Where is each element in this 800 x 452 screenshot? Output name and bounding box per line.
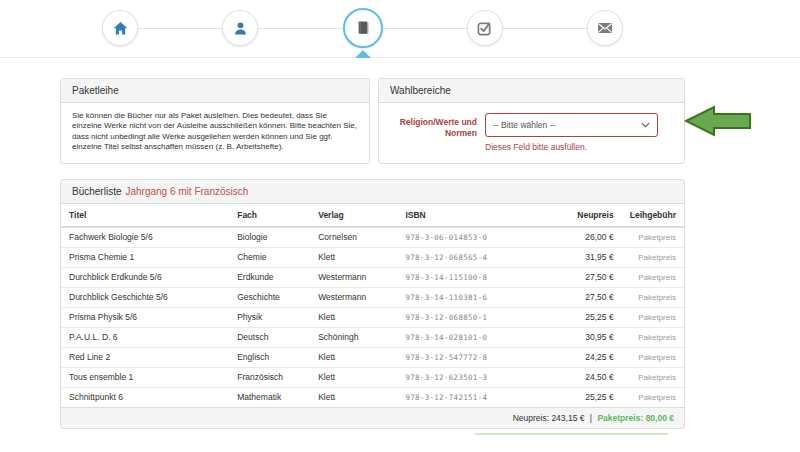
table-row: Prisma Physik 5/6PhysikKlett978-3-12-068… [61, 307, 684, 327]
column-header-isbn: ISBN [397, 204, 559, 227]
cell-neupreis: 31,95 € [559, 247, 621, 267]
step-home[interactable] [102, 10, 138, 46]
cell-verlag: Westermann [310, 267, 397, 287]
cell-fach: Englisch [229, 347, 310, 367]
cell-titel: Durchblick Erdkunde 5/6 [61, 267, 229, 287]
column-header-leihgebuehr: Leihgebühr [622, 204, 684, 227]
cell-leihgebuehr: Paketpreis [622, 367, 684, 387]
wahlbereiche-panel: Wahlbereiche Religion/Werte und Normen -… [378, 78, 685, 164]
table-row: Fachwerk Biologie 5/6BiologieCornelsen97… [61, 227, 684, 248]
cell-isbn: 978-3-12-068565-4 [397, 247, 559, 267]
step-user[interactable] [222, 10, 258, 46]
cell-titel: Prisma Physik 5/6 [61, 307, 229, 327]
table-row: Prisma Chemie 1ChemieKlett978-3-12-06856… [61, 247, 684, 267]
step-mail[interactable] [587, 10, 623, 46]
cell-isbn: 978-3-14-028101-0 [397, 327, 559, 347]
cell-isbn: 978-3-14-110381-6 [397, 287, 559, 307]
cell-neupreis: 27,50 € [559, 267, 621, 287]
user-icon [233, 21, 248, 36]
cell-leihgebuehr: Paketpreis [622, 247, 684, 267]
table-row: Durchblick Geschichte 5/6GeschichteWeste… [61, 287, 684, 307]
cell-neupreis: 24,25 € [559, 347, 621, 367]
neupreis-total: Neupreis: 243,15 € [513, 413, 585, 423]
cell-isbn: 978-3-06-014853-0 [397, 227, 559, 248]
book-icon [355, 20, 371, 36]
cell-fach: Erdkunde [229, 267, 310, 287]
column-header-fach: Fach [229, 204, 310, 227]
cell-titel: Prisma Chemie 1 [61, 247, 229, 267]
green-arrow-pointer-icon [684, 104, 752, 138]
active-step-caret-icon [355, 50, 371, 58]
paketleihe-title: Paketleihe [61, 79, 369, 103]
footer-separator: | [590, 413, 592, 423]
cell-leihgebuehr: Paketpreis [622, 327, 684, 347]
book-table: Titel Fach Verlag ISBN Neupreis Leihgebü… [61, 204, 684, 407]
buecherliste-title: Bücherliste [72, 186, 121, 197]
header-divider [0, 57, 800, 58]
cell-neupreis: 25,25 € [559, 307, 621, 327]
paketleihe-text: Sie können die Bücher nur als Paket ausl… [61, 103, 369, 163]
cell-leihgebuehr: Paketpreis [622, 227, 684, 248]
cell-titel: Durchblick Geschichte 5/6 [61, 287, 229, 307]
cell-verlag: Klett [310, 387, 397, 407]
cell-neupreis: 24,50 € [559, 367, 621, 387]
cell-neupreis: 30,95 € [559, 327, 621, 347]
cell-verlag: Klett [310, 307, 397, 327]
cell-isbn: 978-3-12-742151-4 [397, 387, 559, 407]
cell-fach: Geschichte [229, 287, 310, 307]
column-header-neupreis: Neupreis [559, 204, 621, 227]
religion-select-value: -- Bitte wählen -- [493, 120, 555, 130]
cell-leihgebuehr: Paketpreis [622, 267, 684, 287]
cell-isbn: 978-3-12-068850-1 [397, 307, 559, 327]
cell-verlag: Klett [310, 347, 397, 367]
step-books[interactable] [343, 8, 383, 48]
paketpreis-total: Paketpreis: 80,00 € [597, 413, 674, 423]
chevron-down-icon [641, 122, 650, 128]
wahlbereiche-title: Wahlbereiche [379, 79, 684, 103]
cell-neupreis: 27,50 € [559, 287, 621, 307]
cell-fach: Mathematik [229, 387, 310, 407]
cell-neupreis: 25,25 € [559, 387, 621, 407]
cell-fach: Chemie [229, 247, 310, 267]
cell-leihgebuehr: Paketpreis [622, 307, 684, 327]
table-row: Schnittpunkt 6MathematikKlett978-3-12-74… [61, 387, 684, 407]
cell-titel: Red Line 2 [61, 347, 229, 367]
cell-neupreis: 26,00 € [559, 227, 621, 248]
envelope-icon [597, 20, 613, 36]
cell-fach: Deutsch [229, 327, 310, 347]
cell-verlag: Cornelsen [310, 227, 397, 248]
cell-leihgebuehr: Paketpreis [622, 387, 684, 407]
cell-verlag: Klett [310, 367, 397, 387]
cell-verlag: Westermann [310, 287, 397, 307]
cell-titel: Schnittpunkt 6 [61, 387, 229, 407]
check-square-icon [477, 21, 492, 36]
step-confirm[interactable] [467, 10, 503, 46]
validation-error-text: Dieses Feld bitte ausfüllen. [485, 142, 658, 152]
cell-titel: Tous ensemble 1 [61, 367, 229, 387]
buecherliste-panel: BücherlisteJahrgang 6 mit Französisch Ti… [60, 179, 685, 429]
cell-isbn: 978-3-12-547772-8 [397, 347, 559, 367]
cell-leihgebuehr: Paketpreis [622, 347, 684, 367]
column-header-titel: Titel [61, 204, 229, 227]
table-row: Red Line 2EnglischKlett978-3-12-547772-8… [61, 347, 684, 367]
progress-stepper [102, 6, 623, 50]
cell-titel: P.A.U.L. D. 6 [61, 327, 229, 347]
cell-fach: Physik [229, 307, 310, 327]
buecherliste-heading: BücherlisteJahrgang 6 mit Französisch [61, 180, 684, 204]
buecherliste-subtitle: Jahrgang 6 mit Französisch [125, 186, 248, 197]
price-summary-footer: Neupreis: 243,15 € | Paketpreis: 80,00 € [61, 407, 684, 428]
table-row: Durchblick Erdkunde 5/6ErdkundeWesterman… [61, 267, 684, 287]
cell-fach: Französisch [229, 367, 310, 387]
cell-leihgebuehr: Paketpreis [622, 287, 684, 307]
cell-isbn: 978-3-14-115100-8 [397, 267, 559, 287]
table-row: Tous ensemble 1FranzösischKlett978-3-12-… [61, 367, 684, 387]
religion-select-label: Religion/Werte und Normen [389, 113, 477, 152]
religion-select[interactable]: -- Bitte wählen -- [485, 113, 658, 137]
column-header-verlag: Verlag [310, 204, 397, 227]
cell-verlag: Klett [310, 247, 397, 267]
paketleihe-panel: Paketleihe Sie können die Bücher nur als… [60, 78, 370, 164]
cell-titel: Fachwerk Biologie 5/6 [61, 227, 229, 248]
table-row: P.A.U.L. D. 6DeutschSchöningh978-3-14-02… [61, 327, 684, 347]
book-table-body: Fachwerk Biologie 5/6BiologieCornelsen97… [61, 227, 684, 407]
cell-fach: Biologie [229, 227, 310, 248]
